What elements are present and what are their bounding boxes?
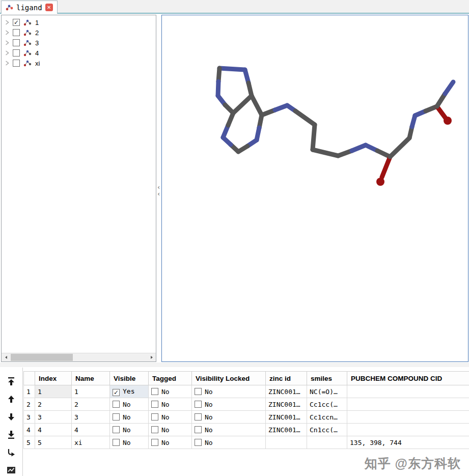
name-cell[interactable]: 1 (72, 385, 110, 398)
scroll-right-button[interactable] (147, 353, 156, 361)
tagged-checkbox[interactable] (151, 426, 158, 433)
move-to-bottom-button[interactable] (5, 429, 17, 440)
visible-cell[interactable]: No (110, 436, 149, 449)
row-number-cell[interactable]: 1 (24, 385, 35, 398)
smiles-cell[interactable] (307, 436, 347, 449)
pubchem-cid-cell[interactable]: 135, 398, 744 (347, 436, 469, 449)
row-number-cell[interactable]: 2 (24, 398, 35, 411)
index-cell[interactable]: 4 (35, 424, 72, 436)
column-header-zinc-id[interactable]: zinc id (266, 372, 307, 385)
row-number-cell[interactable]: 4 (24, 424, 35, 436)
visible-cell[interactable]: No (110, 411, 149, 424)
locked-checkbox[interactable] (195, 439, 202, 446)
smiles-cell[interactable]: Cn1cc(… (307, 424, 347, 436)
visible-checkbox[interactable]: ✓ (113, 389, 120, 396)
pubchem-cid-cell[interactable] (347, 411, 469, 424)
column-header-tagged[interactable]: Tagged (149, 372, 192, 385)
column-header-visible[interactable]: Visible (110, 372, 149, 385)
visibility-checkbox[interactable] (13, 29, 20, 36)
column-header-smiles[interactable]: smiles (307, 372, 347, 385)
index-cell[interactable]: 2 (35, 398, 72, 411)
visibility-locked-cell[interactable]: No (192, 385, 266, 398)
zinc-id-cell[interactable]: ZINC001… (266, 385, 307, 398)
row-number-cell[interactable]: 5 (24, 436, 35, 449)
tree-item-xi[interactable]: xi (2, 58, 156, 68)
table-row[interactable]: 1 1 1 ✓Yes No No ZINC001… NC(=O)… (24, 385, 469, 398)
visibility-locked-cell[interactable]: No (192, 436, 266, 449)
index-cell[interactable]: 5 (35, 436, 72, 449)
table-row[interactable]: 2 2 2 No No No ZINC001… Cc1cc(… (24, 398, 469, 411)
visibility-checkbox[interactable] (13, 39, 20, 46)
name-cell[interactable]: xi (72, 436, 110, 449)
plot-button[interactable] (5, 464, 17, 476)
tree-item-1[interactable]: ✓ 1 (2, 17, 156, 27)
pubchem-cid-cell[interactable] (347, 398, 469, 411)
row-number-cell[interactable]: 3 (24, 411, 35, 424)
visibility-checkbox[interactable]: ✓ (13, 19, 20, 26)
zinc-id-cell[interactable]: ZINC001… (266, 398, 307, 411)
tagged-cell[interactable]: No (149, 411, 192, 424)
visible-cell[interactable]: No (110, 398, 149, 411)
table-row[interactable]: 3 3 3 No No No ZINC001… Cc1ccn… (24, 411, 469, 424)
locked-checkbox[interactable] (195, 426, 202, 433)
visible-checkbox[interactable] (113, 439, 120, 446)
move-up-button[interactable] (5, 394, 17, 405)
tagged-checkbox[interactable] (151, 388, 158, 395)
tree-item-4[interactable]: 4 (2, 48, 156, 58)
expand-chevron-icon[interactable] (5, 20, 9, 25)
splitter-collapse-button[interactable]: ‹ ‹ (156, 179, 161, 202)
expand-chevron-icon[interactable] (5, 61, 9, 66)
visibility-locked-cell[interactable]: No (192, 411, 266, 424)
locked-checkbox[interactable] (195, 401, 202, 408)
index-cell[interactable]: 3 (35, 411, 72, 424)
tree-horizontal-scrollbar[interactable] (2, 353, 156, 361)
visibility-checkbox[interactable] (13, 49, 20, 57)
export-button[interactable] (5, 446, 17, 458)
smiles-cell[interactable]: NC(=O)… (307, 385, 347, 398)
move-down-button[interactable] (5, 411, 17, 423)
scroll-left-button[interactable] (2, 353, 10, 361)
smiles-cell[interactable]: Cc1cc(… (307, 398, 347, 411)
move-to-top-button[interactable] (5, 376, 17, 387)
tagged-cell[interactable]: No (149, 424, 192, 436)
visible-checkbox[interactable] (113, 401, 120, 408)
name-cell[interactable]: 4 (72, 424, 110, 436)
tagged-checkbox[interactable] (151, 413, 158, 421)
locked-checkbox[interactable] (195, 413, 202, 421)
expand-chevron-icon[interactable] (5, 50, 9, 55)
visible-cell[interactable]: No (110, 424, 149, 436)
pubchem-cid-cell[interactable] (347, 385, 469, 398)
visible-checkbox[interactable] (113, 413, 120, 421)
smiles-cell[interactable]: Cc1ccn… (307, 411, 347, 424)
table-row[interactable]: 4 4 4 No No No ZINC001… Cn1cc(… (24, 424, 469, 436)
zinc-id-cell[interactable]: ZINC001… (266, 411, 307, 424)
name-cell[interactable]: 2 (72, 398, 110, 411)
zinc-id-cell[interactable] (266, 436, 307, 449)
zinc-id-cell[interactable]: ZINC001… (266, 424, 307, 436)
index-cell[interactable]: 1 (35, 385, 72, 398)
tagged-checkbox[interactable] (151, 439, 158, 446)
horizontal-splitter[interactable] (0, 362, 469, 367)
expand-chevron-icon[interactable] (5, 30, 9, 35)
tree-item-2[interactable]: 2 (2, 27, 156, 38)
tagged-cell[interactable]: No (149, 436, 192, 449)
expand-chevron-icon[interactable] (5, 40, 9, 45)
pubchem-cid-cell[interactable] (347, 424, 469, 436)
visibility-locked-cell[interactable]: No (192, 398, 266, 411)
tagged-checkbox[interactable] (151, 401, 158, 408)
name-cell[interactable]: 3 (72, 411, 110, 424)
molecule-viewport[interactable] (161, 15, 468, 362)
tagged-cell[interactable]: No (149, 398, 192, 411)
tab-ligand[interactable]: ligand ✕ (1, 1, 58, 14)
visible-cell[interactable]: ✓Yes (110, 385, 149, 398)
column-header-pubchem-cid[interactable]: PUBCHEM COMPOUND CID (347, 372, 469, 385)
scrollbar-thumb[interactable] (11, 354, 73, 361)
tab-close-button[interactable]: ✕ (45, 4, 53, 11)
tagged-cell[interactable]: No (149, 385, 192, 398)
visibility-checkbox[interactable] (13, 60, 20, 67)
visible-checkbox[interactable] (113, 426, 120, 433)
tree-item-3[interactable]: 3 (2, 38, 156, 48)
locked-checkbox[interactable] (195, 388, 202, 395)
column-header-index[interactable]: Index (35, 372, 72, 385)
scrollbar-track[interactable] (10, 353, 147, 361)
